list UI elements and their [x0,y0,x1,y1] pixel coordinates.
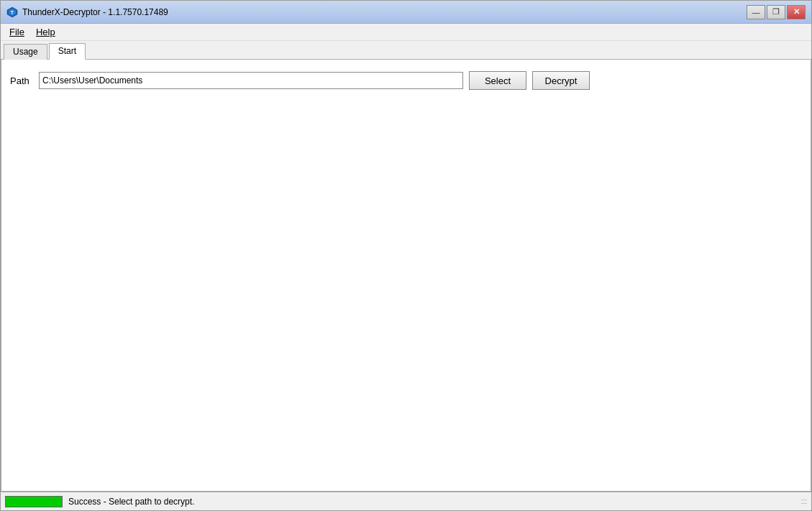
svg-text:T: T [11,10,14,15]
title-bar-left: T ThunderX-Decryptor - 1.1.7570.17489 [6,6,168,18]
path-label: Path [10,75,33,86]
progress-bar [5,496,63,507]
path-row: Path Select Decrypt [10,71,802,90]
status-message: Success - Select path to decrypt. [68,497,194,507]
select-button[interactable]: Select [469,71,526,90]
path-input[interactable] [39,72,463,89]
progress-fill [6,497,62,507]
title-buttons: — ❐ ✕ [747,5,806,19]
menu-help[interactable]: Help [30,25,61,39]
decrypt-button[interactable]: Decrypt [532,71,590,90]
menu-file[interactable]: File [4,25,30,39]
tab-start[interactable]: Start [49,43,86,60]
resize-grip: ::: [801,497,807,505]
status-bar: Success - Select path to decrypt. ::: [1,492,811,510]
minimize-button[interactable]: — [747,5,765,19]
main-content: Path Select Decrypt [1,60,811,492]
restore-button[interactable]: ❐ [767,5,785,19]
app-window: T ThunderX-Decryptor - 1.1.7570.17489 — … [0,0,812,511]
tab-bar: Usage Start [1,41,811,60]
title-bar: T ThunderX-Decryptor - 1.1.7570.17489 — … [1,1,811,24]
app-icon: T [6,6,18,18]
close-button[interactable]: ✕ [787,5,806,19]
tab-usage[interactable]: Usage [4,44,47,60]
menu-bar: File Help [1,24,811,41]
window-title: ThunderX-Decryptor - 1.1.7570.17489 [22,7,168,17]
